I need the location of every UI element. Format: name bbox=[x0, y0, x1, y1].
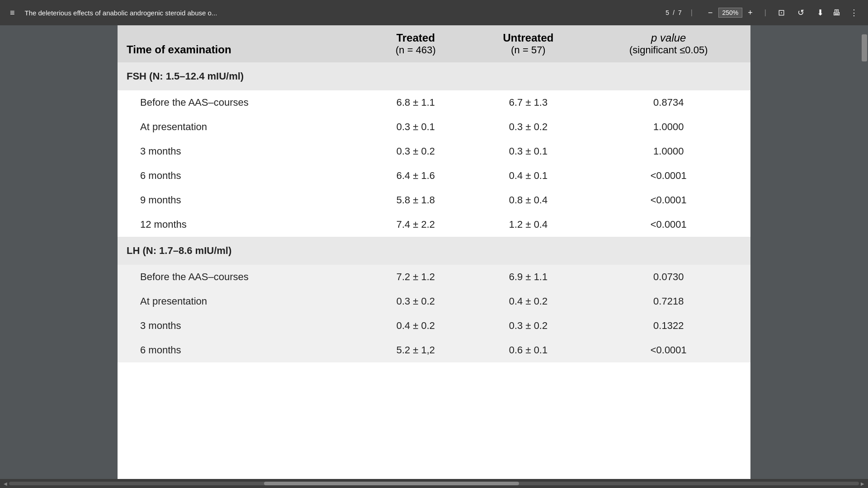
cell-treated: 5.2 ± 1,2 bbox=[361, 338, 470, 362]
table-row: At presentation0.3 ± 0.10.3 ± 0.21.0000 bbox=[118, 115, 750, 139]
table-row: Before the AAS–courses6.8 ± 1.16.7 ± 1.3… bbox=[118, 90, 750, 115]
cell-time: 3 months bbox=[118, 314, 361, 338]
table-row: Before the AAS–courses7.2 ± 1.26.9 ± 1.1… bbox=[118, 265, 750, 289]
cell-pvalue: 0.1322 bbox=[587, 314, 750, 338]
cell-treated: 0.3 ± 0.1 bbox=[361, 115, 470, 139]
cell-untreated: 0.3 ± 0.1 bbox=[470, 139, 586, 164]
more-options-icon[interactable]: ⋮ bbox=[847, 6, 861, 19]
cell-pvalue: <0.0001 bbox=[587, 188, 750, 212]
cell-time: 6 months bbox=[118, 338, 361, 362]
cell-pvalue: 1.0000 bbox=[587, 115, 750, 139]
cell-time: 6 months bbox=[118, 164, 361, 188]
col-header-pvalue: p value (significant ≤0.05) bbox=[587, 25, 750, 62]
table-row: 3 months0.3 ± 0.20.3 ± 0.11.0000 bbox=[118, 139, 750, 164]
cell-pvalue: <0.0001 bbox=[587, 212, 750, 237]
cell-untreated: 0.8 ± 0.4 bbox=[470, 188, 586, 212]
table-row: At presentation0.3 ± 0.20.4 ± 0.20.7218 bbox=[118, 289, 750, 314]
cell-untreated: 6.9 ± 1.1 bbox=[470, 265, 586, 289]
cell-time: Before the AAS–courses bbox=[118, 90, 361, 115]
cell-treated: 0.3 ± 0.2 bbox=[361, 139, 470, 164]
cell-time: 9 months bbox=[118, 188, 361, 212]
table-container: Time of examination Treated (n = 463) Un… bbox=[118, 25, 750, 362]
col-header-time: Time of examination bbox=[118, 25, 361, 62]
cell-time: Before the AAS–courses bbox=[118, 265, 361, 289]
table-row: 3 months0.4 ± 0.20.3 ± 0.20.1322 bbox=[118, 314, 750, 338]
zoom-out-button[interactable]: − bbox=[705, 6, 716, 19]
table-row: 6 months6.4 ± 1.60.4 ± 0.1<0.0001 bbox=[118, 164, 750, 188]
zoom-in-button[interactable]: + bbox=[745, 6, 755, 19]
scrollbar-track[interactable] bbox=[9, 482, 859, 485]
cell-untreated: 0.3 ± 0.2 bbox=[470, 115, 586, 139]
separator2: | bbox=[764, 9, 766, 17]
cell-treated: 7.2 ± 1.2 bbox=[361, 265, 470, 289]
cell-untreated: 0.6 ± 0.1 bbox=[470, 338, 586, 362]
cell-time: 3 months bbox=[118, 139, 361, 164]
cell-treated: 7.4 ± 2.2 bbox=[361, 212, 470, 237]
cell-pvalue: 1.0000 bbox=[587, 139, 750, 164]
cell-untreated: 6.7 ± 1.3 bbox=[470, 90, 586, 115]
cell-untreated: 0.4 ± 0.1 bbox=[470, 164, 586, 188]
page-total: 7 bbox=[678, 9, 682, 16]
cell-treated: 5.8 ± 1.8 bbox=[361, 188, 470, 212]
scroll-right-icon[interactable]: ▶ bbox=[861, 481, 864, 486]
separator: | bbox=[691, 9, 693, 17]
cell-untreated: 0.3 ± 0.2 bbox=[470, 314, 586, 338]
menu-icon[interactable]: ≡ bbox=[7, 6, 18, 19]
download-icon[interactable]: ⬇ bbox=[814, 6, 826, 19]
cell-pvalue: 0.7218 bbox=[587, 289, 750, 314]
cell-untreated: 0.4 ± 0.2 bbox=[470, 289, 586, 314]
table-row: 6 months5.2 ± 1,20.6 ± 0.1<0.0001 bbox=[118, 338, 750, 362]
scrollbar-thumb[interactable] bbox=[862, 34, 867, 61]
cell-treated: 6.8 ± 1.1 bbox=[361, 90, 470, 115]
page-navigation: 5 / 7 bbox=[665, 9, 681, 16]
cell-pvalue: <0.0001 bbox=[587, 338, 750, 362]
cell-untreated: 1.2 ± 0.4 bbox=[470, 212, 586, 237]
col-header-treated: Treated (n = 463) bbox=[361, 25, 470, 62]
toolbar-right: ⬇ 🖶 ⋮ bbox=[814, 6, 861, 19]
table-header-row: Time of examination Treated (n = 463) Un… bbox=[118, 25, 750, 62]
cell-pvalue: 0.0730 bbox=[587, 265, 750, 289]
cell-pvalue: 0.8734 bbox=[587, 90, 750, 115]
data-table: Time of examination Treated (n = 463) Un… bbox=[118, 25, 750, 362]
pdf-page: Time of examination Treated (n = 463) Un… bbox=[118, 25, 750, 479]
horizontal-scrollbar-thumb[interactable] bbox=[264, 482, 519, 485]
section-header-fsh: FSH (N: 1.5–12.4 mIU/ml) bbox=[118, 62, 750, 90]
page-separator: / bbox=[673, 9, 675, 16]
cell-treated: 6.4 ± 1.6 bbox=[361, 164, 470, 188]
cell-treated: 0.3 ± 0.2 bbox=[361, 289, 470, 314]
fit-page-icon[interactable]: ⊡ bbox=[775, 6, 788, 19]
page-current[interactable]: 5 bbox=[665, 9, 669, 16]
cell-time: At presentation bbox=[118, 115, 361, 139]
cell-time: 12 months bbox=[118, 212, 361, 237]
table-row: 9 months5.8 ± 1.80.8 ± 0.4<0.0001 bbox=[118, 188, 750, 212]
bottom-scrollbar[interactable]: ◀ ▶ bbox=[0, 479, 868, 488]
zoom-controls: − 250% + bbox=[705, 6, 755, 19]
vertical-scrollbar[interactable] bbox=[861, 25, 868, 470]
table-row: 12 months7.4 ± 2.21.2 ± 0.4<0.0001 bbox=[118, 212, 750, 237]
section-header-lh: LH (N: 1.7–8.6 mIU/ml) bbox=[118, 237, 750, 265]
col-header-untreated: Untreated (n = 57) bbox=[470, 25, 586, 62]
cell-treated: 0.4 ± 0.2 bbox=[361, 314, 470, 338]
cell-pvalue: <0.0001 bbox=[587, 164, 750, 188]
toolbar: ≡ The deleterious effects of anabolic an… bbox=[0, 0, 868, 25]
content-area: Time of examination Treated (n = 463) Un… bbox=[0, 25, 868, 479]
cell-time: At presentation bbox=[118, 289, 361, 314]
zoom-value[interactable]: 250% bbox=[718, 8, 743, 18]
scroll-left-icon[interactable]: ◀ bbox=[4, 481, 7, 486]
rotate-icon[interactable]: ↺ bbox=[795, 6, 807, 19]
document-title: The deleterious effects of anabolic andr… bbox=[25, 9, 659, 17]
print-icon[interactable]: 🖶 bbox=[830, 6, 844, 19]
